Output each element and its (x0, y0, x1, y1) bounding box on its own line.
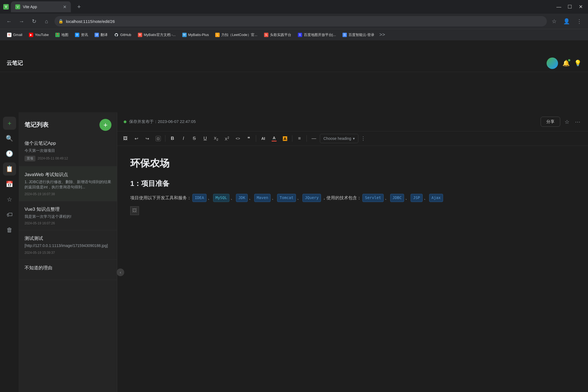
note-item-5[interactable]: 不知道的理由 (19, 260, 117, 280)
highlight-button[interactable]: A (280, 134, 290, 143)
tech-tag-mysql: MySQL (213, 194, 229, 202)
note-preview-1: 今天第一次做项目 (25, 148, 111, 153)
quote-icon: ❝ (247, 135, 250, 141)
ai-button[interactable]: AI (258, 134, 268, 143)
editor-content[interactable]: 环保农场 1：项目准备 项目使用以下开发工具和服务： IDEA 、 MySQL … (117, 146, 588, 392)
bookmark-gmail[interactable]: M Gmail (4, 32, 25, 38)
browser-icon: V (3, 4, 9, 10)
subscript-button[interactable]: X2 (211, 134, 221, 143)
refresh-button[interactable]: ↻ (29, 17, 39, 26)
superscript-icon: X2 (225, 136, 229, 141)
heading-dropdown-label: Choose heading (323, 136, 351, 141)
editor-actions: 分享 ☆ ⋯ (541, 117, 581, 127)
font-color-button[interactable]: A (269, 134, 279, 143)
mybatis-plus-favicon: M (182, 33, 187, 37)
side-nav: ＋ 🔍 🕐 📋 📅 ☆ 🏷 🗑 (0, 112, 19, 392)
chevron-down-icon: ▾ (353, 136, 355, 141)
more-options-button[interactable]: ⋯ (574, 117, 581, 126)
browser-menu-button[interactable]: ⋮ (575, 16, 584, 26)
forward-button[interactable]: → (17, 17, 26, 26)
ai-icon: AI (261, 136, 265, 141)
note-item-3[interactable]: Vue3 知识点整理 我是第一次学习这个课程的! 2024-05-19 16:0… (19, 201, 117, 231)
add-note-button[interactable]: + (99, 119, 111, 131)
toolbar-separator-2 (256, 135, 256, 142)
note-item-4[interactable]: 测试测试 [http://127.0.0.1:1113/image/171594… (19, 230, 117, 260)
hr-button[interactable]: — (309, 134, 319, 143)
sidebar-item-favorites[interactable]: ☆ (3, 193, 16, 206)
sidebar-item-notes[interactable]: 📋 (3, 162, 16, 176)
bookmark-youtube[interactable]: ▶ YouTube (26, 32, 51, 38)
close-button[interactable]: ✕ (577, 3, 585, 11)
save-status-text: 保存并发布于：2023-06-07 22:47:05 (129, 119, 196, 124)
bookmark-star-button[interactable]: ☆ (550, 16, 558, 26)
trash-icon: 🗑 (7, 227, 13, 234)
youtube-favicon: ▶ (29, 33, 33, 37)
quote-button[interactable]: ❝ (244, 134, 254, 143)
notes-list-header: 笔记列表 + (19, 112, 117, 135)
strikethrough-button[interactable]: S (189, 134, 199, 143)
favorite-button[interactable]: ☆ (563, 117, 571, 126)
align-button[interactable]: ≡ (295, 134, 304, 143)
image-icon: 🖼 (123, 136, 128, 141)
note-item-1[interactable]: 做个云笔记App 今天第一次做项目 置项 2024-05-11 08:49:12 (19, 135, 117, 167)
notes-list-title: 笔记列表 (25, 121, 49, 129)
bookmark-baidu-ai[interactable]: 百 百度智能云-登录 (340, 31, 377, 38)
heading-dropdown[interactable]: Choose heading ▾ (320, 134, 358, 143)
bold-button[interactable]: B (168, 134, 177, 143)
user-avatar[interactable] (547, 58, 558, 69)
note-date-4: 2024-05-19 15:39:37 (25, 251, 55, 255)
bookmark-github[interactable]: GitHub (111, 32, 134, 38)
undo-button[interactable]: ↩ (131, 134, 141, 143)
back-button[interactable]: ← (4, 17, 14, 26)
zixun-favicon: 资 (75, 33, 79, 37)
sidebar-item-history[interactable]: 🕐 (3, 147, 16, 160)
font-color-icon: A (273, 135, 276, 140)
code-button[interactable]: <> (233, 134, 243, 143)
note-paragraph-1: 项目使用以下开发工具和服务： IDEA 、 MySQL 、 JDK 、 Mave… (130, 194, 575, 202)
maps-favicon: 📍 (55, 33, 60, 37)
sidebar-item-tags[interactable]: 🏷 (3, 208, 16, 221)
home-button[interactable]: ⌂ (42, 17, 51, 26)
notification-button[interactable]: 🔔 (562, 60, 570, 67)
maximize-button[interactable]: ☐ (566, 3, 574, 11)
bookmark-touge[interactable]: 头 头歌实践平台 (261, 31, 294, 38)
new-tab-button[interactable]: + (75, 2, 83, 11)
tab-close-button[interactable]: ✕ (63, 4, 66, 10)
highlight-icon: A (283, 136, 287, 141)
superscript-button[interactable]: X2 (222, 134, 232, 143)
bookmark-leetcode-label: 力扣（LeetCode）官... (221, 32, 257, 37)
note-item-2[interactable]: JavaWeb 考试知识点 1. JDBC进行执行修改、删除、新增语句得到的结果… (19, 167, 117, 201)
profile-button[interactable]: 👤 (562, 16, 572, 26)
collapse-panel-button[interactable]: ‹ (117, 269, 124, 276)
address-input[interactable]: localhost:1115/note/edit/26 (54, 16, 547, 26)
sidebar-item-calendar[interactable]: 📅 (3, 178, 16, 191)
gmail-favicon: M (7, 33, 11, 37)
main-body: ＋ 🔍 🕐 📋 📅 ☆ 🏷 🗑 (0, 112, 588, 392)
bookmark-zixun[interactable]: 资 资讯 (72, 31, 91, 38)
share-button[interactable]: 分享 (541, 117, 560, 127)
toolbar-more-button[interactable]: ⋮ (359, 135, 367, 142)
minimize-button[interactable]: — (555, 3, 563, 11)
wrap-icon: ⊡ (156, 136, 161, 141)
sidebar-item-new[interactable]: ＋ (3, 117, 16, 130)
strikethrough-icon: S (193, 136, 196, 141)
italic-button[interactable]: I (178, 134, 188, 143)
insert-image-button[interactable]: 🖼 (120, 134, 130, 143)
editor-panel: 保存并发布于：2023-06-07 22:47:05 分享 ☆ ⋯ 🖼 ↩ ↪ (117, 112, 588, 392)
more-bookmarks-button[interactable]: >> (379, 32, 385, 38)
wrap-button[interactable]: ⊡ (153, 134, 163, 143)
sidebar-item-trash[interactable]: 🗑 (3, 224, 16, 237)
active-tab[interactable]: V Vite App ✕ (11, 1, 71, 12)
redo-button[interactable]: ↪ (142, 134, 152, 143)
bookmark-leetcode[interactable]: L 力扣（LeetCode）官... (213, 31, 260, 38)
baidu-ai-favicon: 百 (343, 33, 347, 37)
bookmark-fanyi[interactable]: 译 翻译 (92, 31, 110, 38)
theme-toggle-button[interactable]: 💡 (574, 60, 581, 67)
underline-button[interactable]: U (200, 134, 210, 143)
sidebar-item-search[interactable]: 🔍 (3, 132, 16, 145)
bookmark-mybatis[interactable]: M MyBatis官方文档 -... (135, 31, 178, 38)
bookmark-maps[interactable]: 📍 地图 (53, 31, 71, 38)
tab-title: Vite App (23, 5, 60, 9)
bookmark-baidu-map[interactable]: 百 百度地图开放平台|... (295, 31, 339, 38)
bookmark-mybatis-plus[interactable]: M MyBatis-Plus (180, 32, 212, 38)
